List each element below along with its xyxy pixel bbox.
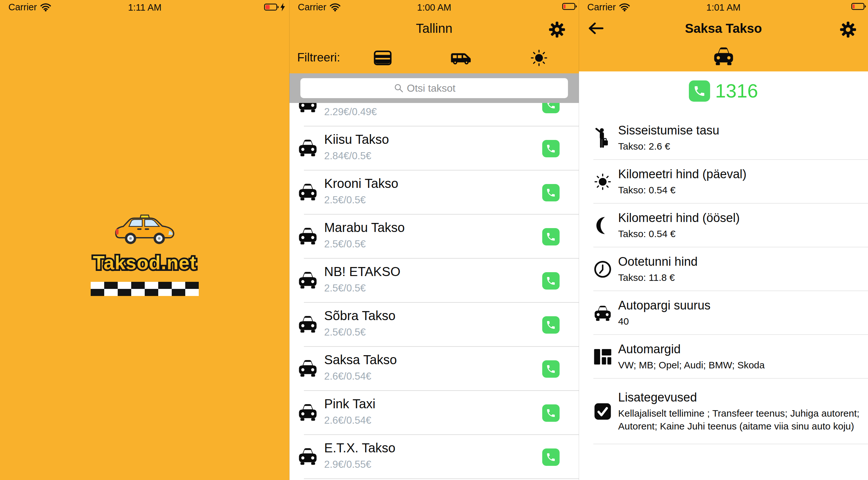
car-icon: [298, 139, 318, 157]
taxi-list-row[interactable]: Marabu Takso 2.5€/0.5€: [289, 215, 579, 259]
phone-icon: [693, 85, 706, 97]
status-bar: Carrier 1:01 AM: [579, 0, 868, 14]
charging-bolt-icon: [280, 3, 285, 11]
search-icon: [394, 83, 404, 93]
taxi-name: NB! ETAKSO: [324, 265, 400, 279]
taxi-list: Reval Takso 2.29€/0.49€ Kiisu Takso 2.84…: [289, 82, 579, 479]
clock-icon: [594, 260, 612, 278]
taxi-name: Krooni Takso: [324, 176, 399, 191]
taxi-list-panel: Reval Takso 2.29€/0.49€ Kiisu Takso 2.84…: [289, 0, 579, 480]
battery-icon: [851, 3, 866, 10]
call-button[interactable]: [542, 140, 560, 157]
detail-title: Kilomeetri hind (öösel): [618, 211, 860, 225]
app-screenshot: Carrier 1:11 AM: [0, 0, 868, 480]
battery-icon: [264, 3, 279, 10]
taxi-cartoon-image: [113, 212, 176, 249]
phone-number: 1316: [715, 80, 758, 102]
panel-divider: [289, 0, 290, 480]
detail-rows: Sisseistumise tasu Takso: 2.6 € Kilomeet…: [579, 116, 868, 444]
phone-icon: [546, 364, 556, 374]
splash-panel: Carrier 1:11 AM: [0, 0, 289, 480]
taxi-price: 2.5€/0.5€: [324, 194, 366, 206]
day-tariff-filter-icon[interactable]: [530, 49, 548, 67]
filter-label: Filtreeri:: [297, 51, 340, 64]
taxi-list-row[interactable]: Saksa Takso 2.6€/0.54€: [289, 347, 579, 391]
detail-value: Takso: 11.8 €: [618, 271, 860, 284]
logo-text: Taksod.net: [93, 252, 196, 273]
phone-icon: [546, 232, 556, 242]
taxi-name: Marabu Takso: [324, 220, 405, 235]
checkered-flag-strip: [91, 282, 199, 296]
taxi-name: Saksa Takso: [324, 353, 397, 367]
settings-gear-icon[interactable]: [549, 21, 565, 38]
taxi-price: 2.6€/0.54€: [324, 415, 371, 426]
call-button[interactable]: [689, 81, 710, 102]
grid-icon: [594, 348, 612, 366]
taxi-list-row[interactable]: Pink Taxi 2.6€/0.54€: [289, 391, 579, 435]
phone-icon: [546, 276, 556, 286]
checkbox-icon: [594, 402, 612, 420]
taxi-list-row[interactable]: NB! ETAKSO 2.5€/0.5€: [289, 259, 579, 303]
taxi-name: E.T.X. Takso: [324, 441, 396, 455]
call-button[interactable]: [542, 360, 560, 378]
list-header: Carrier 1:00 AM Tallinn Filtreeri:: [289, 0, 579, 73]
taxi-detail-panel: Carrier 1:01 AM Saksa Takso 1316 Sissei: [579, 0, 868, 480]
call-button[interactable]: [542, 228, 560, 245]
card-payment-filter-icon[interactable]: [374, 50, 392, 66]
car-icon: [594, 304, 612, 322]
page-title: Tallinn: [289, 21, 579, 36]
van-filter-icon[interactable]: [450, 52, 471, 66]
sun-icon: [594, 173, 612, 191]
car-icon: [713, 46, 734, 66]
detail-row: Kilomeetri hind (öösel) Takso: 0.54 €: [579, 204, 868, 247]
hailing-person-icon: [594, 127, 609, 149]
detail-title: Automargid: [618, 342, 860, 356]
car-icon: [298, 227, 318, 245]
settings-gear-icon[interactable]: [840, 21, 857, 38]
page-title: Saksa Takso: [579, 21, 868, 36]
taxi-price: 2.6€/0.54€: [324, 370, 371, 382]
panel-divider: [579, 0, 579, 480]
detail-title: Lisategevused: [618, 391, 860, 404]
logo-wordmark: Taksod.net Taksod.net: [93, 251, 196, 277]
car-icon: [298, 315, 318, 333]
detail-value: Kellajaliselt tellimine ; Transfeer teen…: [618, 407, 860, 433]
call-button[interactable]: [542, 316, 560, 334]
taxi-price: 2.29€/0.49€: [324, 106, 377, 118]
car-icon: [298, 447, 318, 465]
taxi-list-row[interactable]: E.T.X. Takso 2.9€/0.55€: [289, 435, 579, 479]
car-icon: [298, 183, 318, 201]
detail-title: Ootetunni hind: [618, 255, 860, 269]
phone-icon: [546, 408, 556, 418]
detail-title: Kilomeetri hind (päeval): [618, 167, 860, 181]
call-button[interactable]: [542, 448, 560, 466]
status-time: 1:01 AM: [579, 2, 868, 13]
search-field[interactable]: [300, 78, 568, 98]
status-bar: Carrier 1:00 AM: [289, 0, 579, 14]
search-bar: [289, 73, 579, 103]
detail-value: VW; MB; Opel; Audi; BMW; Skoda: [618, 359, 860, 371]
battery-icon: [562, 3, 577, 10]
detail-row: Ootetunni hind Takso: 11.8 €: [579, 247, 868, 291]
detail-header: Carrier 1:01 AM Saksa Takso: [579, 0, 868, 71]
phone-number-row[interactable]: 1316: [579, 80, 868, 102]
call-button[interactable]: [542, 404, 560, 422]
taxi-price: 2.5€/0.5€: [324, 282, 366, 294]
taxi-name: Pink Taxi: [324, 397, 375, 411]
taxi-list-row[interactable]: Sõbra Takso 2.5€/0.5€: [289, 303, 579, 347]
taxi-name: Sõbra Takso: [324, 308, 396, 323]
detail-row: Lisategevused Kellajaliselt tellimine ; …: [579, 379, 868, 444]
call-button[interactable]: [542, 272, 560, 290]
status-time: 1:11 AM: [0, 2, 289, 13]
taxi-price: 2.5€/0.5€: [324, 327, 366, 338]
car-icon: [298, 359, 318, 377]
detail-title: Autopargi suurus: [618, 299, 860, 312]
detail-value: Takso: 0.54 €: [618, 184, 860, 197]
status-bar: Carrier 1:11 AM: [0, 0, 289, 14]
taxi-list-row[interactable]: Kiisu Takso 2.84€/0.5€: [289, 126, 579, 171]
taxi-price: 2.84€/0.5€: [324, 150, 371, 162]
search-input[interactable]: [407, 82, 474, 94]
taxi-list-row[interactable]: Krooni Takso 2.5€/0.5€: [289, 171, 579, 215]
call-button[interactable]: [542, 184, 560, 201]
status-time: 1:00 AM: [289, 2, 579, 13]
